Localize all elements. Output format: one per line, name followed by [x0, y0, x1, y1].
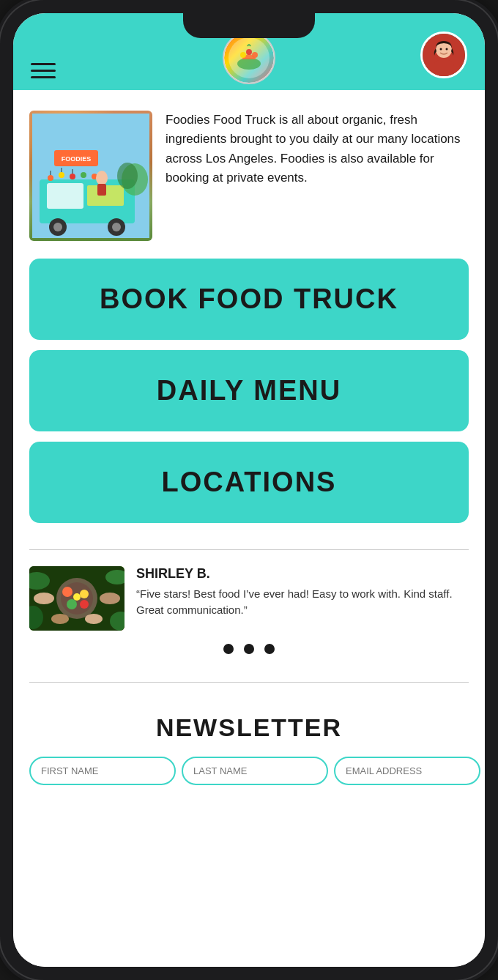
testimonial: SHIRLEY B. “Five stars! Best food I’ve e… [29, 566, 469, 631]
dot-2[interactable] [244, 644, 254, 654]
last-name-input[interactable] [182, 757, 328, 785]
svg-point-42 [73, 593, 81, 601]
intro-image: FOODIES [29, 111, 152, 241]
carousel-dots [13, 631, 485, 666]
first-name-input[interactable] [29, 757, 176, 785]
testimonial-text: “Five stars! Best food I’ve ever had! Ea… [136, 586, 469, 618]
book-food-truck-button[interactable]: BOOK FOOD TRUCK [29, 259, 469, 340]
svg-point-4 [246, 49, 252, 55]
svg-point-3 [252, 52, 258, 58]
notch [183, 13, 315, 38]
logo-image [224, 33, 274, 83]
svg-point-41 [80, 600, 89, 609]
svg-point-40 [67, 599, 77, 609]
svg-text:FOODIES: FOODIES [62, 155, 92, 163]
svg-point-1 [237, 58, 261, 70]
intro-description: Foodies Food Truck is all about organic,… [166, 111, 469, 188]
hamburger-menu[interactable] [31, 63, 56, 78]
testimonial-content: SHIRLEY B. “Five stars! Best food I’ve e… [136, 566, 469, 618]
svg-point-27 [96, 171, 108, 185]
hamburger-line-1 [31, 63, 56, 65]
svg-point-38 [62, 587, 73, 597]
hamburger-line-2 [31, 70, 56, 72]
svg-point-20 [81, 172, 86, 178]
svg-point-46 [85, 614, 103, 624]
screen: FOODIES Foodies Food Truck is all about … [13, 13, 485, 967]
avatar-image [423, 34, 465, 76]
testimonial-name: SHIRLEY B. [136, 566, 469, 582]
svg-point-14 [53, 223, 62, 231]
testimonial-image [29, 566, 124, 631]
dot-3[interactable] [264, 644, 275, 654]
svg-point-43 [34, 593, 54, 604]
svg-point-16 [112, 223, 121, 231]
divider-2 [29, 682, 469, 683]
svg-point-8 [446, 48, 448, 51]
locations-button[interactable]: LOCATIONS [29, 442, 469, 523]
user-avatar[interactable] [420, 31, 467, 78]
svg-point-19 [70, 174, 75, 179]
svg-point-17 [48, 175, 53, 181]
svg-rect-28 [97, 184, 106, 196]
svg-point-39 [80, 590, 89, 598]
page-content: FOODIES Foodies Food Truck is all about … [13, 90, 485, 967]
testimonial-section: SHIRLEY B. “Five stars! Best food I’ve e… [13, 566, 485, 631]
daily-menu-button[interactable]: DAILY MENU [29, 350, 469, 431]
svg-point-2 [240, 52, 246, 58]
intro-section: FOODIES Foodies Food Truck is all about … [13, 90, 485, 259]
svg-point-44 [100, 593, 120, 604]
svg-point-7 [440, 48, 442, 51]
newsletter-title: NEWSLETTER [29, 713, 469, 742]
buttons-section: BOOK FOOD TRUCK DAILY MENU LOCATIONS [13, 259, 485, 533]
svg-point-18 [59, 172, 64, 178]
hamburger-line-3 [31, 76, 56, 78]
divider-1 [29, 549, 469, 550]
svg-rect-11 [47, 183, 83, 209]
dot-1[interactable] [223, 644, 234, 654]
phone-frame: FOODIES Foodies Food Truck is all about … [0, 0, 498, 980]
newsletter-section: NEWSLETTER › [13, 699, 485, 799]
newsletter-form: › [29, 755, 469, 786]
svg-point-26 [117, 163, 138, 189]
email-input[interactable] [334, 757, 480, 785]
logo[interactable] [223, 31, 275, 84]
svg-point-45 [51, 614, 69, 624]
